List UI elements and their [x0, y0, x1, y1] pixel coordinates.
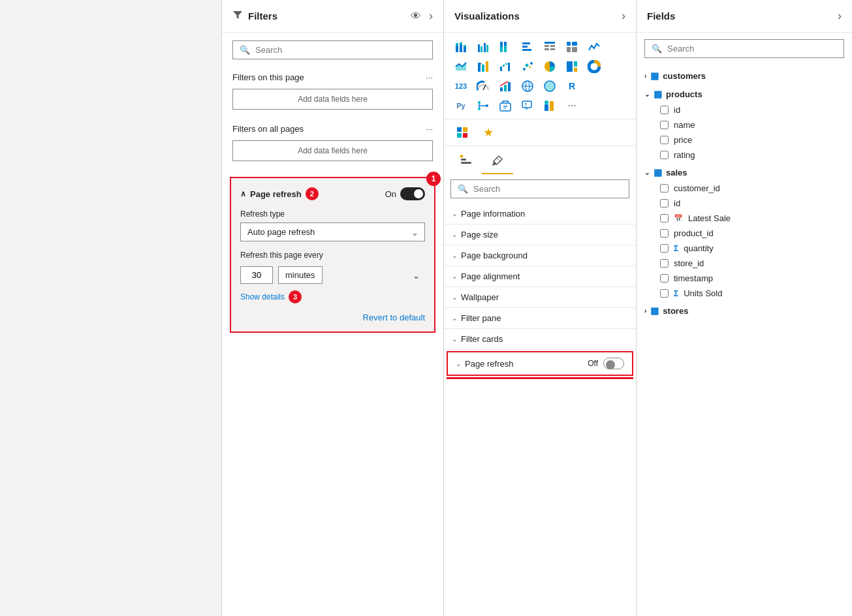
viz-icon-kpi[interactable]: [495, 77, 516, 95]
add-data-page-btn[interactable]: Add data fields here: [232, 89, 433, 110]
table-icon-stores: ▦: [650, 305, 659, 316]
eye-icon[interactable]: 👁: [411, 10, 421, 22]
viz-section-filter-cards[interactable]: ⌄ Filter cards: [444, 329, 636, 350]
svg-rect-27: [478, 63, 481, 72]
svg-rect-17: [544, 42, 555, 44]
viz-tab-format[interactable]: [450, 150, 482, 174]
viz-tab-paintbrush[interactable]: [482, 150, 513, 174]
svg-point-56: [478, 101, 481, 104]
viz-icon-table[interactable]: [539, 38, 560, 56]
viz-icons-grid: 123: [444, 33, 636, 119]
refresh-type-dropdown[interactable]: Auto page refresh: [240, 223, 425, 241]
tree-group-stores-header[interactable]: › ▦ stores: [637, 302, 852, 319]
chevron-right-icon[interactable]: ›: [429, 9, 433, 23]
viz-icon-treemap[interactable]: [561, 57, 582, 76]
viz-search-box[interactable]: 🔍: [450, 179, 629, 198]
tree-group-customers-header[interactable]: › ▦ customers: [637, 67, 852, 84]
viz-section-page-refresh[interactable]: ⌄ Page refresh Off: [447, 351, 633, 376]
checkbox-prod-price[interactable]: [660, 136, 669, 144]
svg-rect-6: [478, 44, 480, 52]
viz-icon-123[interactable]: 123: [450, 77, 471, 95]
svg-rect-68: [457, 133, 462, 138]
tree-item-prod-rating: rating: [637, 147, 852, 162]
viz-icon-qa[interactable]: ?: [517, 97, 538, 115]
viz-icon-clustered-bar[interactable]: [473, 38, 494, 56]
chevron-down-icon-sales: ⌄: [644, 169, 650, 176]
show-details-link[interactable]: Show details 3: [240, 290, 425, 303]
viz-icon-scatter[interactable]: [517, 57, 538, 76]
filters-search-box[interactable]: 🔍: [232, 40, 433, 59]
viz-icon-map[interactable]: [517, 77, 538, 95]
checkbox-latest-sale[interactable]: [660, 214, 669, 223]
checkbox-prod-rating[interactable]: [660, 151, 669, 159]
viz-icon-100pct-bar[interactable]: [495, 38, 516, 56]
viz-icon-py[interactable]: Py: [450, 97, 471, 115]
checkbox-prod-name[interactable]: [660, 121, 669, 129]
tree-group-sales-header[interactable]: ⌄ ▦ sales: [637, 164, 852, 181]
filters-search-input[interactable]: [255, 45, 426, 55]
viz-icon-star[interactable]: ★: [478, 123, 499, 142]
fields-search-input[interactable]: [667, 44, 837, 54]
checkbox-customer-id[interactable]: [660, 184, 669, 192]
viz-icon-ellipsis[interactable]: ···: [561, 97, 582, 115]
svg-rect-64: [550, 101, 554, 111]
viz-icon-line[interactable]: [584, 38, 605, 56]
viz-section-page-size[interactable]: ⌄ Page size: [444, 224, 636, 245]
chevron-up-icon[interactable]: ∧: [240, 189, 246, 198]
viz-icon-r[interactable]: R: [561, 77, 582, 95]
refresh-number-input[interactable]: [240, 266, 273, 284]
checkbox-sales-id[interactable]: [660, 199, 669, 208]
revert-to-default-btn[interactable]: Revert to default: [363, 313, 425, 322]
viz-icon-pie[interactable]: [539, 57, 560, 76]
viz-icon-ribbon[interactable]: [473, 57, 494, 76]
checkbox-store-id[interactable]: [660, 259, 669, 268]
svg-rect-13: [504, 46, 507, 52]
refresh-unit-select[interactable]: minutes: [278, 266, 323, 284]
fields-search-box[interactable]: 🔍: [644, 39, 844, 58]
checkbox-prod-id[interactable]: [660, 106, 669, 114]
chevron-down-icon: ⌄: [452, 210, 457, 217]
svg-rect-69: [463, 133, 467, 138]
svg-rect-71: [461, 159, 466, 161]
filters-all-pages-label: Filters on all pages ···: [222, 119, 443, 138]
viz-icon-custom[interactable]: [539, 97, 560, 115]
viz-icon-filled-map[interactable]: [539, 77, 560, 95]
viz-chevron-right-icon[interactable]: ›: [622, 9, 625, 23]
viz-search-input[interactable]: [473, 184, 622, 194]
viz-icon-horizontal-bar[interactable]: [517, 38, 538, 56]
viz-icon-matrix[interactable]: [561, 38, 582, 56]
viz-icon-waterfall[interactable]: [495, 57, 516, 76]
filters-header: Filters 👁 ›: [222, 0, 443, 33]
viz-icon-ai-smart[interactable]: [495, 97, 516, 115]
page-refresh-toggle[interactable]: [400, 187, 425, 200]
checkbox-product-id[interactable]: [660, 229, 669, 238]
page-refresh-footer: Revert to default: [240, 313, 425, 322]
viz-section-page-bg[interactable]: ⌄ Page background: [444, 245, 636, 266]
ellipsis-all-icon[interactable]: ···: [426, 124, 433, 134]
viz-section-filter-pane[interactable]: ⌄ Filter pane: [444, 308, 636, 329]
viz-header: Visualizations ›: [444, 0, 636, 33]
fields-chevron-right-icon[interactable]: ›: [838, 9, 842, 23]
viz-section-wallpaper[interactable]: ⌄ Wallpaper: [444, 287, 636, 308]
viz-icon-decomp-tree[interactable]: [473, 97, 494, 115]
viz-icon-donut[interactable]: [584, 57, 605, 76]
viz-icon-area[interactable]: [450, 57, 471, 76]
checkbox-units-sold[interactable]: [660, 289, 669, 298]
viz-icon-gauge[interactable]: [473, 77, 494, 95]
checkbox-timestamp[interactable]: [660, 274, 669, 283]
viz-icon-color-grid[interactable]: [452, 123, 473, 142]
add-data-all-pages-btn[interactable]: Add data fields here: [232, 140, 433, 161]
tree-group-products-header[interactable]: ⌄ ▦ products: [637, 85, 852, 102]
ellipsis-icon[interactable]: ···: [426, 72, 433, 82]
checkbox-quantity[interactable]: [660, 244, 669, 253]
svg-rect-22: [567, 42, 571, 46]
chevron-down-icon7: ⌄: [452, 335, 457, 343]
viz-page-refresh-toggle[interactable]: [603, 358, 624, 369]
tree-item-prod-name: name: [637, 117, 852, 132]
viz-icon-stacked-bar[interactable]: [450, 38, 471, 56]
table-icon-prod: ▦: [654, 89, 662, 99]
svg-rect-46: [504, 85, 507, 91]
viz-section-page-align[interactable]: ⌄ Page alignment: [444, 266, 636, 287]
calendar-icon: 📅: [674, 214, 683, 223]
viz-section-page-info[interactable]: ⌄ Page information: [444, 204, 636, 224]
